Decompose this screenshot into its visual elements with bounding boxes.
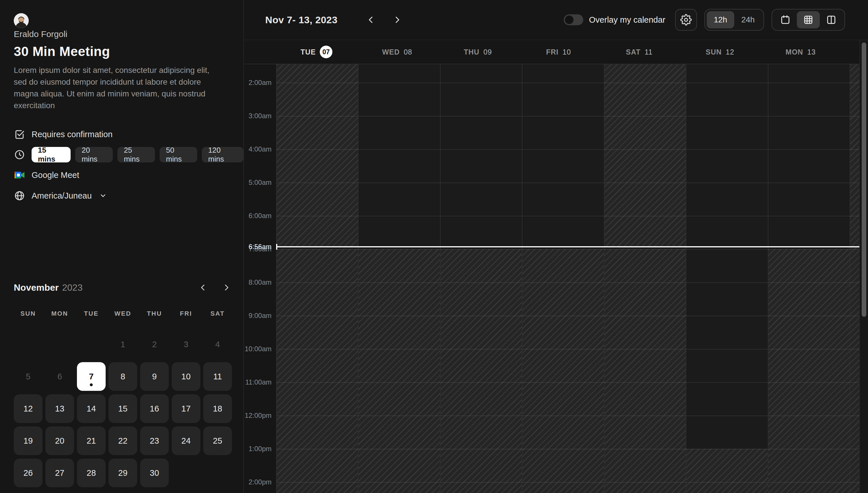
day-column-wed[interactable] <box>358 64 440 493</box>
mini-calendar-day-27[interactable]: 27 <box>45 458 74 487</box>
day-header-wed: WED08 <box>357 48 438 56</box>
day-number: 12 <box>726 48 734 56</box>
day-column-fri[interactable] <box>522 64 604 493</box>
settings-button[interactable] <box>675 9 697 31</box>
unavailable-hatch <box>277 249 358 493</box>
day-name: SUN <box>705 48 722 56</box>
day-column-sat[interactable] <box>604 64 686 493</box>
mini-calendar-day-25[interactable]: 25 <box>203 426 232 455</box>
mini-calendar-day-20[interactable]: 20 <box>45 426 74 455</box>
unavailable-hatch <box>605 64 686 247</box>
mini-calendar-day-26[interactable]: 26 <box>14 458 42 487</box>
mini-calendar-next-button[interactable] <box>221 282 232 293</box>
mini-calendar-day-4: 4 <box>203 330 232 359</box>
mini-calendar-year: 2023 <box>62 282 83 293</box>
scrollbar-track[interactable] <box>860 40 868 493</box>
gear-icon <box>680 14 692 25</box>
mini-calendar-month: November <box>14 282 59 293</box>
hour-label-10-00am: 10:00am <box>245 344 272 353</box>
day-header-fri: FRI10 <box>518 48 599 56</box>
day-number: 09 <box>483 48 492 56</box>
mini-calendar-day-14[interactable]: 14 <box>77 394 106 423</box>
mini-calendar-weekday-row: SUNMONTUEWEDTHUFRISAT <box>14 310 232 317</box>
weekday-label-sat: SAT <box>203 310 232 317</box>
duration-pill-20-mins[interactable]: 20 mins <box>75 147 113 163</box>
mini-calendar-day-9[interactable]: 9 <box>140 362 169 391</box>
avatar <box>14 13 29 28</box>
unavailable-hatch <box>523 249 604 493</box>
mini-calendar-day-28[interactable]: 28 <box>77 458 106 487</box>
chevron-left-icon <box>199 283 207 292</box>
mini-calendar-day-10[interactable]: 10 <box>172 362 200 391</box>
mini-calendar-day-1: 1 <box>108 330 137 359</box>
mini-calendar-day-22[interactable]: 22 <box>108 426 137 455</box>
unavailable-hatch <box>605 249 686 493</box>
mini-calendar-day-11[interactable]: 11 <box>203 362 232 391</box>
view-calendar-icon[interactable] <box>774 11 797 28</box>
mini-calendar-day-30[interactable]: 30 <box>140 458 169 487</box>
day-header-sun: SUN12 <box>680 48 760 56</box>
mini-calendar-day-15[interactable]: 15 <box>108 394 137 423</box>
unavailable-hatch <box>768 249 850 493</box>
mini-calendar-day-16[interactable]: 16 <box>140 394 169 423</box>
mini-calendar-day-7[interactable]: 7 <box>77 362 106 391</box>
mini-calendar-day-19[interactable]: 19 <box>14 426 42 455</box>
week-next-button[interactable] <box>391 14 403 25</box>
mini-calendar-day-21[interactable]: 21 <box>77 426 106 455</box>
timezone-label: America/Juneau <box>31 191 92 200</box>
profile-name: Eraldo Forgoli <box>14 29 67 39</box>
hour-label-5-00am: 5:00am <box>249 178 272 187</box>
day-header-sat: SAT11 <box>599 48 680 56</box>
hour-label-8-00am: 8:00am <box>249 278 272 287</box>
requires-confirmation-label: Requires confirmation <box>31 130 112 139</box>
day-number: 10 <box>563 48 571 56</box>
timezone-selector[interactable]: America/Juneau <box>14 190 107 201</box>
unavailable-hatch <box>686 449 767 493</box>
time-format-switcher: 12h24h <box>704 9 764 31</box>
duration-pills: 15 mins20 mins25 mins50 mins120 mins <box>31 147 244 163</box>
duration-pill-120-mins[interactable]: 120 mins <box>202 147 244 163</box>
overlay-calendar-toggle[interactable] <box>564 14 583 25</box>
week-prev-button[interactable] <box>365 14 377 25</box>
mini-calendar-day-8[interactable]: 8 <box>108 362 137 391</box>
weekday-label-mon: MON <box>45 310 74 317</box>
mini-calendar-prev-button[interactable] <box>197 282 208 293</box>
day-column-sun[interactable] <box>686 64 767 493</box>
toggle-knob <box>565 16 573 24</box>
mini-calendar-day-18[interactable]: 18 <box>203 394 232 423</box>
hour-label-2-00pm: 2:00pm <box>249 477 272 487</box>
scrollbar-thumb[interactable] <box>862 42 866 317</box>
duration-pill-25-mins[interactable]: 25 mins <box>118 147 155 163</box>
mini-calendar-day-23[interactable]: 23 <box>140 426 169 455</box>
checkbox-check-icon <box>14 129 25 140</box>
google-meet-icon <box>14 169 25 181</box>
mini-calendar-day-24[interactable]: 24 <box>172 426 200 455</box>
time-format-24h[interactable]: 24h <box>734 11 762 28</box>
hour-label-9-00am: 9:00am <box>249 311 272 320</box>
day-column-tue[interactable] <box>276 64 358 493</box>
date-range-label: Nov 7- 13, 2023 <box>265 14 338 25</box>
mini-calendar-day-13[interactable]: 13 <box>45 394 74 423</box>
duration-pill-50-mins[interactable]: 50 mins <box>160 147 197 163</box>
view-columns-icon[interactable] <box>820 11 843 28</box>
event-description: Lorem ipsum dolor sit amet, consectetur … <box>14 64 220 111</box>
requires-confirmation-row: Requires confirmation <box>14 129 112 140</box>
current-time-line <box>276 246 860 248</box>
mini-calendar-day-17[interactable]: 17 <box>172 394 200 423</box>
day-number: 11 <box>645 48 653 56</box>
time-format-12h[interactable]: 12h <box>707 11 734 28</box>
day-column-mon[interactable] <box>768 64 850 493</box>
day-name: FRI <box>546 48 558 56</box>
view-grid-icon[interactable] <box>797 11 820 28</box>
day-column-thu[interactable] <box>440 64 522 493</box>
mini-calendar-days: 1234567891011121314151617181920212223242… <box>14 330 232 487</box>
current-time-label: 6:56am <box>249 242 272 251</box>
day-number: 08 <box>404 48 412 56</box>
duration-pill-15-mins[interactable]: 15 mins <box>31 147 70 163</box>
mini-calendar-day-6: 6 <box>45 362 74 391</box>
mini-calendar-header: November 2023 <box>14 280 232 295</box>
chevron-right-icon <box>393 15 402 24</box>
mini-calendar-day-12[interactable]: 12 <box>14 394 42 423</box>
mini-calendar-day-29[interactable]: 29 <box>108 458 137 487</box>
calendar-grid: 2:00am3:00am4:00am5:00am6:00am7:00am8:00… <box>245 64 868 493</box>
